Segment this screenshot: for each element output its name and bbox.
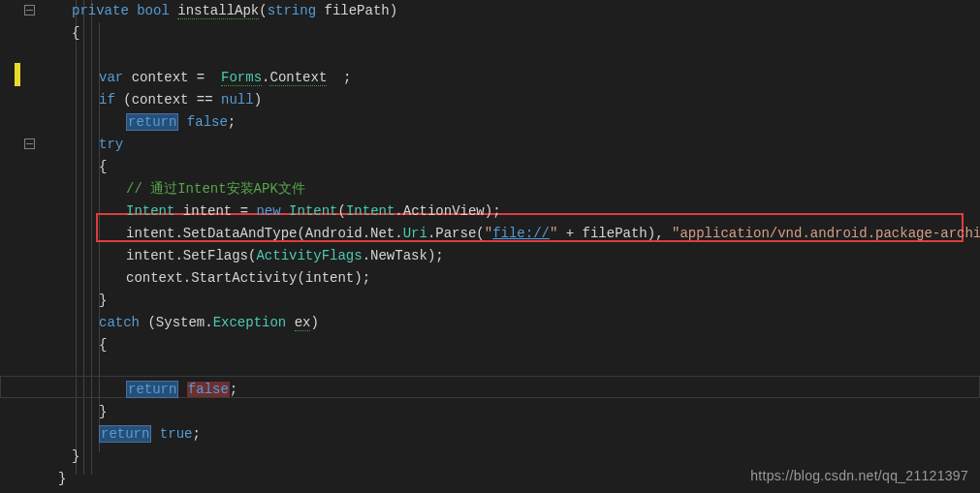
code-line[interactable]: Intent intent = new Intent(Intent.Action… <box>41 200 980 223</box>
keyword-return: return <box>126 113 178 131</box>
code-area[interactable]: private bool installApk(string filePath)… <box>41 0 980 490</box>
identifier: context <box>132 70 189 85</box>
keyword-catch: catch <box>99 315 140 330</box>
keyword-try: try <box>99 137 123 152</box>
type-name: Intent <box>346 203 395 219</box>
identifier: NewTask <box>370 248 427 263</box>
punct: ( <box>123 92 131 108</box>
identifier: intent <box>305 270 354 286</box>
code-line[interactable]: { <box>41 22 980 45</box>
code-line[interactable]: intent.SetDataAndType(Android.Net.Uri.Pa… <box>41 223 980 245</box>
string-url-link[interactable]: file:// <box>492 226 550 241</box>
brace: { <box>99 159 107 174</box>
identifier: context <box>132 92 189 108</box>
punct: ( <box>147 315 155 330</box>
brace: } <box>99 404 107 419</box>
code-line[interactable]: return false; <box>41 379 980 401</box>
punct: ); <box>354 270 370 286</box>
code-line[interactable]: return true; <box>41 423 980 446</box>
type-name: Intent <box>126 203 174 219</box>
code-editor[interactable]: private bool installApk(string filePath)… <box>0 0 980 493</box>
code-line[interactable]: return false; <box>41 111 980 134</box>
identifier: intent <box>183 203 232 219</box>
identifier: intent. <box>126 248 183 263</box>
identifier: Context <box>269 70 327 86</box>
brace: } <box>58 471 66 486</box>
punct: ( <box>338 203 346 219</box>
namespace: System. <box>156 315 213 330</box>
punct: ), <box>648 226 672 241</box>
keyword-new: new <box>256 203 280 219</box>
code-line[interactable]: catch (System.Exception ex) <box>41 312 980 334</box>
modified-marker <box>15 63 20 86</box>
fold-toggle-icon[interactable] <box>24 5 35 15</box>
keyword-if: if <box>99 92 115 108</box>
operator: + <box>557 226 582 241</box>
identifier: ex <box>295 315 311 331</box>
keyword-null: null <box>221 92 254 108</box>
code-line[interactable]: context.StartActivity(intent); <box>41 267 980 290</box>
brace: { <box>72 25 79 41</box>
punct: ) <box>390 3 397 18</box>
keyword-private: private <box>72 3 129 18</box>
punct: ; <box>228 114 236 130</box>
brace: } <box>99 293 107 308</box>
operator: = <box>240 203 248 219</box>
namespace: Android.Net. <box>305 226 403 241</box>
punct: ; <box>343 70 351 85</box>
punct: ); <box>427 248 444 263</box>
method-call: SetDataAndType <box>183 226 298 241</box>
identifier: ActionView <box>403 203 485 219</box>
operator: == <box>197 92 213 108</box>
punct: ) <box>254 92 262 108</box>
code-line[interactable]: private bool installApk(string filePath) <box>41 0 980 22</box>
code-line[interactable]: if (context == null) <box>41 89 980 111</box>
parameter: filePath <box>324 3 389 18</box>
type-name: Forms <box>221 70 262 86</box>
operator: = <box>197 70 205 85</box>
fold-toggle-icon[interactable] <box>24 139 35 149</box>
type-name: Exception <box>213 315 287 330</box>
punct: ); <box>485 203 501 219</box>
watermark: https://blog.csdn.net/qq_21121397 <box>750 465 968 487</box>
type-name: ActivityFlags <box>256 248 362 263</box>
punct: ( <box>297 270 304 286</box>
keyword-return: return <box>126 381 178 398</box>
code-line[interactable]: } <box>41 290 980 312</box>
punct: . <box>395 203 402 219</box>
type-name: Intent <box>289 203 337 219</box>
punct: ( <box>297 226 304 241</box>
punct: ) <box>310 315 318 330</box>
keyword-string: string <box>268 3 316 18</box>
code-line[interactable]: // 通过Intent安装APK文件 <box>41 178 980 200</box>
punct: ; <box>230 382 237 397</box>
method-call: SetFlags <box>183 248 248 263</box>
code-line[interactable]: } <box>41 401 980 423</box>
code-line[interactable]: { <box>41 334 980 356</box>
identifier: context. <box>126 270 191 286</box>
brace: { <box>99 337 107 353</box>
string-quote: " <box>485 226 492 241</box>
keyword-true: true <box>160 426 193 442</box>
code-line[interactable] <box>41 45 980 67</box>
type-name: Uri <box>403 226 427 241</box>
punct: ( <box>259 3 267 18</box>
code-line[interactable]: var context = Forms.Context ; <box>41 67 980 89</box>
code-line[interactable] <box>41 356 980 379</box>
space <box>286 315 294 330</box>
string-literal: application/vnd.android.package-archive <box>680 226 980 241</box>
method-call: Parse <box>435 226 476 241</box>
keyword-false: false <box>187 382 230 397</box>
brace: } <box>72 448 79 464</box>
identifier: filePath <box>583 226 648 241</box>
code-line[interactable]: try <box>41 134 980 156</box>
keyword-return: return <box>99 425 151 443</box>
code-line[interactable]: intent.SetFlags(ActivityFlags.NewTask); <box>41 245 980 267</box>
identifier: intent. <box>126 226 183 241</box>
method-call: StartActivity <box>191 270 297 286</box>
keyword-bool: bool <box>137 3 170 18</box>
code-line[interactable]: { <box>41 156 980 178</box>
keyword-var: var <box>99 70 123 85</box>
method-name: installApk <box>177 3 259 19</box>
comment: // 通过Intent安装APK文件 <box>126 181 305 197</box>
